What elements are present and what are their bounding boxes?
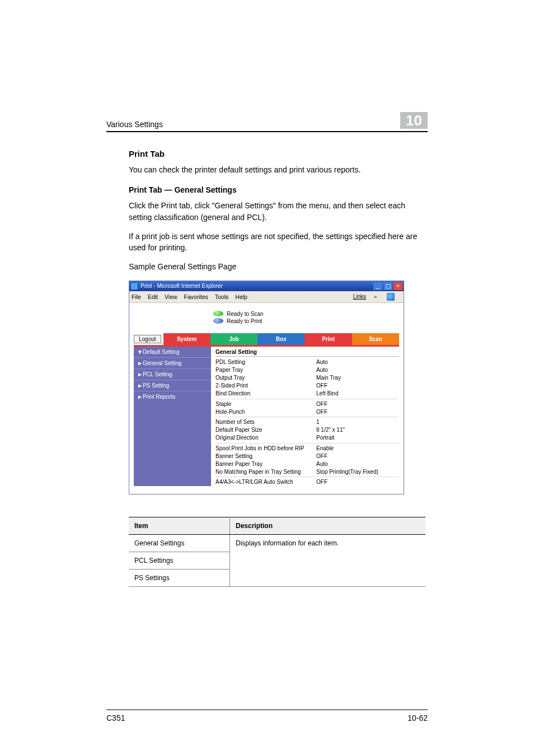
running-header: Various Settings 10 (106, 112, 428, 132)
tab-scan[interactable]: Scan (352, 333, 399, 345)
row-paper-tray: Paper TrayAuto (216, 366, 399, 374)
footer-model: C351 (106, 713, 125, 722)
row-default-paper-size: Default Paper Size8 1/2" x 11" (216, 426, 399, 434)
footer-page-number: 10-62 (407, 713, 428, 722)
row-banner-tray: Banner Paper TrayAuto (216, 460, 399, 468)
panel-row: ▼Default Setting ►General Setting ►PCL S… (129, 347, 404, 494)
row-number-sets: Number of Sets1 (216, 417, 399, 426)
row-pdl: PDL SettingAuto (216, 358, 399, 366)
ie-window-title: Print - Microsoft Internet Explorer (140, 283, 223, 289)
links-chevron-icon: » (374, 294, 377, 300)
menu-help[interactable]: Help (235, 293, 247, 300)
ie-app-icon (130, 282, 138, 290)
logout-button[interactable]: Logout (134, 335, 161, 343)
tab-print[interactable]: Print (305, 333, 352, 345)
ie-logo-icon (387, 293, 395, 301)
nav-pcl-setting[interactable]: ►PCL Setting (134, 368, 211, 380)
nav-default-setting[interactable]: ▼Default Setting (134, 347, 211, 357)
section-title: Print Tab (129, 149, 428, 158)
nav-print-reports[interactable]: ►Print Reports (134, 391, 211, 402)
cell-general-settings: General Settings (129, 534, 230, 552)
window-close-button[interactable]: × (394, 282, 402, 290)
menu-favorites[interactable]: Favorites (184, 293, 208, 300)
tab-system[interactable]: System (163, 333, 210, 345)
window-minimize-button[interactable]: _ (373, 282, 382, 290)
row-2sided: 2-Sided PrintOFF (216, 382, 399, 390)
print-led-icon (213, 318, 223, 324)
nav-general-setting[interactable]: ►General Setting (134, 357, 211, 368)
status-print-row: Ready to Print (213, 318, 404, 324)
subsection-title: Print Tab — General Settings (129, 185, 428, 194)
menu-tools[interactable]: Tools (215, 293, 229, 300)
table-header-row: Item Description (129, 517, 425, 534)
description-table: Item Description General Settings Displa… (129, 517, 425, 587)
menu-view[interactable]: View (165, 293, 177, 300)
cell-ps-settings: PS Settings (129, 569, 230, 586)
chapter-number-badge: 10 (400, 112, 428, 129)
subsection-p2: If a print job is sent whose settings ar… (129, 231, 428, 254)
ie-window: Print - Microsoft Internet Explorer _ ▢ … (129, 281, 404, 494)
status-scan-row: Ready to Scan (213, 311, 404, 317)
scan-led-icon (213, 311, 223, 316)
window-maximize-button[interactable]: ▢ (383, 282, 392, 290)
ie-titlebar: Print - Microsoft Internet Explorer _ ▢ … (129, 281, 404, 291)
menu-file[interactable]: File (132, 293, 141, 300)
page-footer: C351 10-62 (106, 710, 428, 722)
row-original-direction: Original DirectionPortrait (216, 434, 399, 442)
status-print-label: Ready to Print (227, 318, 262, 324)
figure-caption: Sample General Settings Page (129, 261, 428, 272)
main-tabbar: Logout System Job Box Print Scan (129, 331, 404, 345)
menu-edit[interactable]: Edit (148, 293, 158, 300)
row-spool: Spool Print Jobs in HDD before RIPEnable (216, 443, 399, 452)
row-bind-direction: Bind DirectionLeft Bind (216, 390, 399, 398)
nav-ps-setting[interactable]: ►PS Setting (134, 380, 211, 391)
tab-box[interactable]: Box (257, 333, 305, 345)
section-intro: You can check the printer default settin… (129, 164, 428, 175)
status-scan-label: Ready to Scan (227, 311, 264, 317)
left-nav: ▼Default Setting ►General Setting ►PCL S… (134, 347, 211, 486)
runhead-title: Various Settings (106, 120, 163, 129)
th-item: Item (129, 517, 230, 534)
row-auto-switch: A4/A3<->LTR/LGR Auto SwitchOFF (216, 477, 399, 486)
table-row: General Settings Displays information fo… (129, 534, 425, 552)
row-output-tray: Output TrayMain Tray (216, 374, 399, 382)
device-status-area: Ready to Scan Ready to Print (129, 303, 404, 331)
row-no-matching-paper: No Matching Paper in Tray SettingStop Pr… (216, 468, 399, 475)
cell-description: Displays information for each item. (230, 534, 426, 586)
links-button[interactable]: Links (353, 293, 366, 300)
tab-job[interactable]: Job (210, 333, 257, 345)
row-hole-punch: Hole-PunchOFF (216, 408, 399, 416)
th-description: Description (230, 517, 426, 534)
subsection-p1: Click the Print tab, click "General Sett… (129, 200, 428, 223)
general-setting-heading: General Setting (216, 349, 399, 357)
cell-pcl-settings: PCL Settings (129, 552, 230, 569)
row-staple: StapleOFF (216, 399, 399, 408)
row-banner-setting: Banner SettingOFF (216, 452, 399, 460)
ie-page-content: Ready to Scan Ready to Print Logout Syst… (129, 303, 404, 494)
ie-menubar: File Edit View Favorites Tools Help Link… (129, 291, 404, 303)
general-setting-panel: General Setting PDL SettingAuto Paper Tr… (211, 347, 399, 486)
